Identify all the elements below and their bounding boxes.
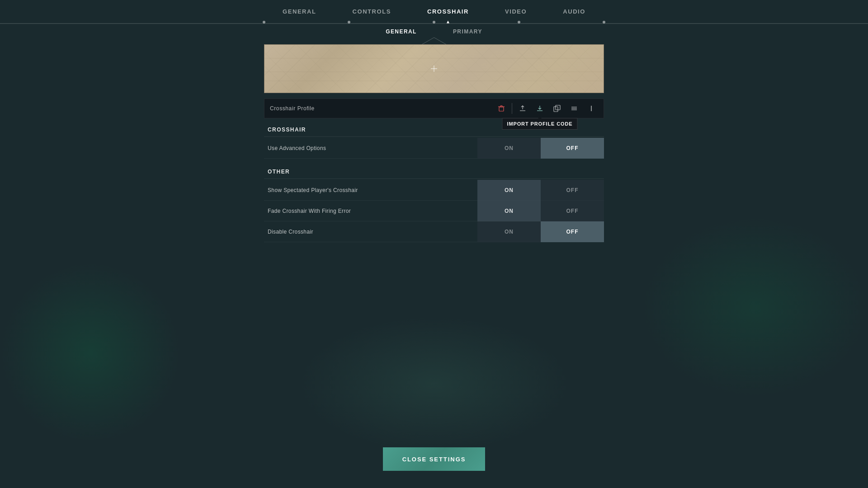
separator-icon [588,105,595,112]
nav-dot-4 [518,21,520,23]
advanced-options-toggle: On Off [477,138,604,159]
separator-profile-button[interactable] [585,102,598,115]
disable-crosshair-label: Disable Crosshair [264,229,477,235]
profile-label: Crosshair Profile [270,105,491,112]
spectated-crosshair-label: Show Spectated Player's Crosshair [264,187,477,193]
import-profile-wrap: IMPORT PROFILE CODE [533,102,547,115]
disable-crosshair-on[interactable]: On [477,221,541,242]
fade-crosshair-on[interactable]: On [477,201,541,221]
disable-crosshair-row: Disable Crosshair On Off [264,221,604,242]
disable-crosshair-toggle: On Off [477,221,604,242]
sub-tabs: GENERAL PRIMARY [368,25,500,38]
fade-crosshair-row: Fade Crosshair With Firing Error On Off [264,201,604,221]
list-icon [571,105,578,112]
download-icon [536,105,543,112]
nav-item-controls[interactable]: CONTROLS [335,0,409,23]
fade-crosshair-off[interactable]: Off [541,201,604,221]
import-profile-button[interactable] [533,102,547,115]
fade-crosshair-label: Fade Crosshair With Firing Error [264,208,477,214]
settings-panel: Crosshair Profile [264,99,604,242]
upload-profile-button[interactable] [516,102,529,115]
crosshair-display [429,64,439,73]
profile-row: Crosshair Profile [264,99,604,118]
svg-rect-5 [499,107,504,111]
crosshair-preview [264,44,604,93]
nav-item-crosshair[interactable]: CROSSHAIR [409,0,487,23]
import-tooltip: IMPORT PROFILE CODE [502,118,577,130]
nav-dot-5 [603,21,605,23]
spectated-crosshair-on[interactable]: On [477,180,541,201]
advanced-options-label: Use Advanced Options [264,145,477,151]
advanced-options-on[interactable]: On [477,138,541,159]
sub-tab-general[interactable]: GENERAL [368,25,435,38]
sub-tab-primary[interactable]: PRIMARY [435,25,500,38]
nav-item-audio[interactable]: AUDIO [545,0,604,23]
copy-profile-button[interactable] [550,102,564,115]
fade-crosshair-toggle: On Off [477,201,604,221]
spectated-crosshair-toggle: On Off [477,180,604,201]
other-section: OTHER Show Spectated Player's Crosshair … [264,162,604,242]
list-profile-button[interactable] [567,102,581,115]
delete-profile-button[interactable] [495,102,508,115]
nav-dot-2 [348,21,350,23]
nav-divider [0,23,868,24]
close-settings-button[interactable]: CLOSE SETTINGS [383,447,485,471]
nav-item-general[interactable]: GENERAL [264,0,334,23]
advanced-options-off[interactable]: Off [541,138,604,159]
nav-dots [0,21,868,23]
nav-dot-3 [433,21,435,23]
profile-divider [512,103,512,114]
nav-item-video[interactable]: VIDEO [487,0,545,23]
disable-crosshair-off[interactable]: Off [541,221,604,242]
advanced-options-row: Use Advanced Options On Off [264,138,604,159]
nav-dot-1 [263,21,265,23]
upload-icon [519,105,526,112]
top-nav: GENERAL CONTROLS CROSSHAIR VIDEO AUDIO [0,0,868,23]
trash-icon [498,105,505,112]
other-section-header: OTHER [264,162,604,179]
spectated-crosshair-row: Show Spectated Player's Crosshair On Off [264,180,604,201]
copy-icon [553,105,561,112]
spectated-crosshair-off[interactable]: Off [541,180,604,201]
